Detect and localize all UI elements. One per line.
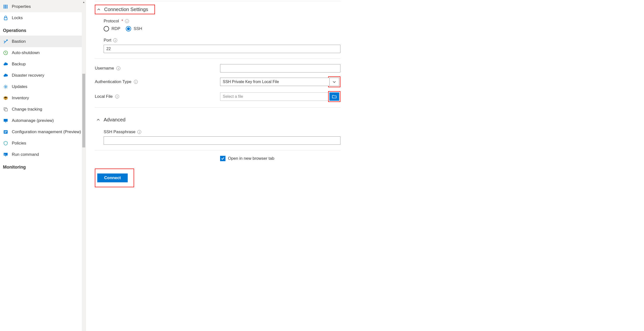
svg-rect-13 [4, 132, 6, 133]
radio-ssh[interactable]: SSH [126, 26, 142, 32]
svg-rect-3 [4, 18, 7, 20]
svg-rect-12 [4, 132, 7, 132]
sidebar-item-label: Bastion [12, 39, 81, 44]
svg-rect-8 [4, 119, 8, 122]
sidebar-item-change-tracking[interactable]: Change tracking [0, 104, 84, 115]
port-label: Port [104, 38, 111, 43]
sidebar-item-label: Properties [12, 4, 81, 9]
properties-icon [3, 4, 8, 9]
scrollbar[interactable]: ▲ [82, 0, 86, 331]
sidebar-item-bastion[interactable]: Bastion [0, 36, 84, 47]
bastion-icon [3, 39, 8, 44]
chevron-up-icon [97, 8, 101, 12]
radio-rdp[interactable]: RDP [104, 26, 120, 32]
sidebar-item-label: Locks [12, 16, 81, 21]
scroll-thumb[interactable] [82, 74, 85, 147]
info-icon[interactable]: i [115, 95, 119, 99]
folder-icon [332, 95, 336, 99]
authtype-value: SSH Private Key from Local File [223, 80, 279, 84]
sidebar-item-label: Policies [12, 141, 81, 146]
sidebar-item-label: Auto-shutdown [12, 50, 81, 55]
package-icon [3, 95, 8, 101]
radio-label: RDP [112, 26, 120, 31]
shield-icon [3, 141, 8, 146]
expander-connection-settings[interactable]: Connection Settings [97, 7, 148, 12]
svg-rect-7 [5, 109, 7, 111]
username-input[interactable] [220, 64, 340, 73]
gear-icon [3, 84, 8, 90]
info-icon[interactable]: i [116, 66, 120, 70]
svg-rect-1 [5, 5, 6, 9]
info-icon[interactable]: i [125, 19, 129, 23]
expander-advanced[interactable]: Advanced [95, 113, 340, 125]
chevron-up-icon [96, 118, 100, 122]
authtype-select[interactable]: SSH Private Key from Local File [220, 78, 329, 86]
radio-icon [104, 26, 109, 32]
username-label: Username [95, 66, 114, 71]
sidebar-item-inventory[interactable]: Inventory [0, 92, 84, 104]
info-icon[interactable]: i [113, 38, 117, 42]
sidebar-item-properties[interactable]: Properties [0, 0, 84, 12]
sidebar-item-label: Run command [12, 152, 81, 157]
sidebar-item-label: Updates [12, 84, 81, 89]
browse-file-button[interactable] [329, 92, 339, 101]
list-icon [3, 129, 8, 135]
sidebar-item-backup[interactable]: Backup [0, 59, 84, 70]
localfile-label: Local File [95, 94, 113, 99]
svg-rect-0 [4, 5, 4, 9]
protocol-label: Protocol [104, 19, 119, 24]
localfile-input[interactable]: Select a file [220, 92, 328, 101]
cloud-sync-icon [3, 73, 8, 78]
open-newtab-label: Open in new browser tab [228, 156, 274, 161]
sidebar-section-monitoring: Monitoring [0, 160, 84, 172]
authtype-dropdown-button[interactable] [329, 78, 339, 86]
sidebar-item-label: Backup [12, 62, 81, 67]
svg-point-5 [5, 86, 6, 88]
sidebar-item-disaster-recovery[interactable]: Disaster recovery [0, 70, 84, 81]
sidebar-section-operations: Operations [0, 24, 84, 36]
expander-title: Advanced [104, 117, 126, 123]
ssh-passphrase-input[interactable] [104, 136, 340, 145]
scroll-up-arrow-icon[interactable]: ▲ [82, 0, 86, 4]
sidebar-item-label: Inventory [12, 96, 81, 101]
sidebar-item-label: Disaster recovery [12, 73, 81, 78]
monitor-icon [3, 118, 8, 123]
svg-rect-11 [4, 131, 7, 131]
sidebar-item-automanage[interactable]: Automanage (preview) [0, 115, 84, 126]
main-content: Connection Settings Protocol * i RDP [86, 0, 644, 331]
cloud-icon [3, 62, 8, 67]
sidebar-item-config-management[interactable]: Configuration management (Preview) [0, 126, 84, 138]
terminal-icon [3, 152, 8, 157]
stack-icon [3, 107, 8, 112]
sidebar-item-auto-shutdown[interactable]: Auto-shutdown [0, 47, 84, 59]
ssh-passphrase-label: SSH Passphrase [104, 130, 135, 134]
lock-icon [3, 15, 8, 21]
connect-button[interactable]: Connect [97, 173, 128, 182]
required-asterisk: * [121, 19, 123, 24]
sidebar-item-label: Change tracking [12, 107, 81, 112]
svg-rect-15 [5, 156, 6, 156]
open-newtab-checkbox[interactable] [220, 156, 226, 161]
port-input[interactable] [104, 45, 340, 53]
radio-label: SSH [134, 26, 142, 31]
check-icon [221, 157, 224, 160]
svg-rect-2 [7, 5, 7, 9]
sidebar-item-label: Automanage (preview) [12, 118, 81, 123]
radio-checked-icon [126, 26, 131, 32]
sidebar-item-run-command[interactable]: Run command [0, 149, 84, 160]
sidebar: Properties Locks Operations Bastion A [0, 0, 86, 331]
sidebar-item-label: Configuration management (Preview) [12, 130, 81, 134]
sidebar-item-policies[interactable]: Policies [0, 138, 84, 149]
sidebar-item-updates[interactable]: Updates [0, 81, 84, 92]
authtype-label: Authentication Type [95, 79, 132, 84]
svg-rect-9 [5, 122, 6, 122]
svg-rect-14 [4, 153, 8, 156]
sidebar-item-locks[interactable]: Locks [0, 12, 84, 24]
clock-icon [3, 50, 8, 56]
info-icon[interactable]: i [134, 80, 138, 84]
chevron-down-icon [332, 80, 336, 84]
expander-title: Connection Settings [104, 7, 148, 12]
info-icon[interactable]: i [137, 130, 141, 134]
